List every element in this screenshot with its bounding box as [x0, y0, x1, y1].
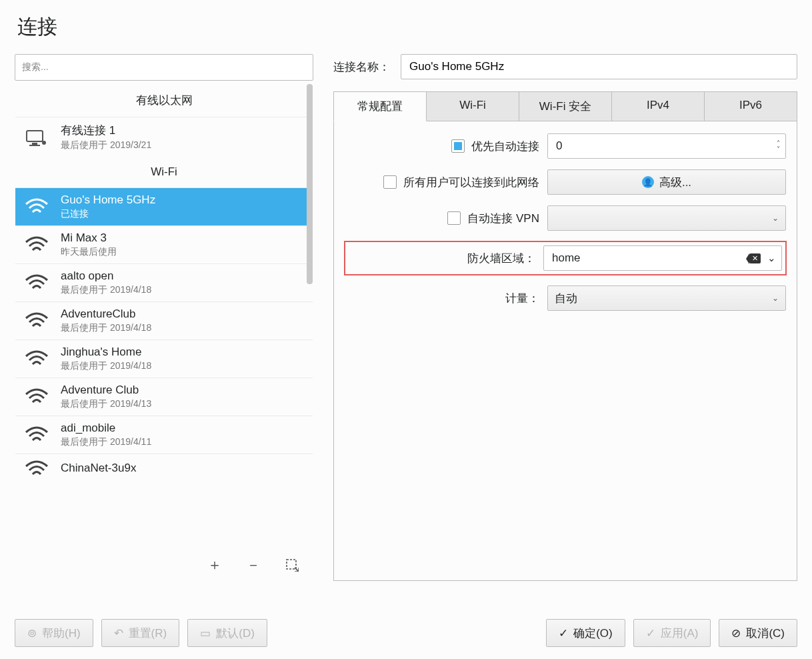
ok-button-label: 确定(O)	[573, 626, 613, 641]
spinbox-arrows-icon[interactable]: ˄˅	[777, 140, 780, 152]
svg-point-3	[42, 141, 46, 145]
check-icon: ✓	[646, 626, 655, 640]
conn-item-sub: 最后使用于 2019/4/13	[61, 398, 151, 410]
conn-item-wired[interactable]: 有线连接 1 最后使用于 2019/3/21	[15, 117, 313, 157]
svg-rect-2	[29, 145, 40, 146]
tabbar: 常规配置 Wi-Fi Wi-Fi 安全 IPv4 IPv6	[333, 91, 797, 121]
svg-rect-1	[32, 143, 37, 145]
conn-item-name: aalto open	[61, 269, 151, 283]
conn-item-name: Guo's Home 5GHz	[61, 193, 155, 207]
advanced-button-label: 高级...	[659, 175, 691, 190]
priority-value: 0	[556, 139, 777, 153]
user-icon: 👤	[642, 176, 654, 188]
conn-item-name: Adventure Club	[61, 384, 151, 397]
metered-combobox[interactable]: 自动 ⌄	[547, 285, 786, 311]
wifi-icon	[23, 426, 50, 444]
help-button-label: 帮助(H)	[42, 626, 81, 641]
cancel-button-label: 取消(C)	[746, 626, 785, 641]
reset-button[interactable]: ↶ 重置(R)	[101, 619, 180, 647]
auto-connect-label: 优先自动连接	[471, 139, 539, 154]
conn-item-wifi[interactable]: Adventure Club最后使用于 2019/4/13	[15, 378, 313, 416]
advanced-button[interactable]: 👤 高级...	[547, 169, 786, 195]
wifi-icon	[23, 235, 50, 254]
wifi-icon	[23, 273, 50, 292]
connection-name-label: 连接名称：	[333, 59, 390, 75]
auto-vpn-label: 自动连接 VPN	[467, 211, 539, 226]
search-placeholder: 搜索...	[22, 61, 49, 73]
svg-rect-0	[27, 131, 43, 141]
page-title: 连接	[15, 13, 797, 41]
reset-button-label: 重置(R)	[129, 626, 167, 641]
conn-item-wifi[interactable]: Mi Max 3昨天最后使用	[15, 225, 313, 263]
check-icon: ✓	[559, 626, 568, 640]
cancel-icon: ⊘	[731, 626, 741, 640]
tab-general[interactable]: 常规配置	[333, 91, 427, 121]
defaults-button-label: 默认(D)	[216, 626, 255, 641]
ok-button[interactable]: ✓ 确定(O)	[546, 619, 625, 647]
cancel-button[interactable]: ⊘ 取消(C)	[719, 619, 797, 647]
wifi-icon	[23, 460, 50, 478]
conn-item-name: 有线连接 1	[61, 123, 151, 138]
undo-icon: ↶	[114, 626, 123, 640]
metered-label: 计量：	[505, 291, 539, 306]
defaults-button[interactable]: ▭ 默认(D)	[187, 619, 267, 647]
conn-item-name: Mi Max 3	[61, 231, 117, 245]
conn-item-name: AdventureClub	[61, 307, 151, 321]
scrollbar[interactable]	[306, 84, 313, 549]
conn-item-name: ChinaNet-3u9x	[61, 462, 136, 475]
wifi-icon	[23, 311, 50, 330]
remove-connection-button[interactable]: －	[244, 556, 263, 574]
export-connection-button[interactable]	[283, 556, 301, 574]
lifebuoy-icon: ⊚	[27, 626, 37, 640]
metered-value: 自动	[555, 291, 772, 306]
priority-spinbox[interactable]: 0 ˄˅	[547, 133, 786, 159]
tab-wifi-security[interactable]: Wi-Fi 安全	[519, 91, 612, 121]
section-header-wired: 有线以太网	[15, 84, 313, 117]
auto-vpn-checkbox[interactable]	[447, 211, 461, 225]
document-icon: ▭	[200, 626, 211, 640]
conn-item-sub: 已连接	[61, 208, 155, 220]
ethernet-icon	[23, 128, 50, 147]
auto-connect-checkbox[interactable]	[451, 139, 465, 153]
apply-button-label: 应用(A)	[661, 626, 699, 641]
firewall-zone-label: 防火墙区域：	[467, 251, 535, 266]
conn-item-sub: 最后使用于 2019/4/18	[61, 360, 151, 372]
wifi-icon	[23, 350, 50, 368]
conn-item-wifi[interactable]: Jinghua's Home最后使用于 2019/4/18	[15, 340, 313, 378]
conn-item-wifi[interactable]: Guo's Home 5GHz 已连接	[15, 187, 313, 225]
tab-ipv6[interactable]: IPv6	[705, 91, 797, 121]
conn-item-name: Jinghua's Home	[61, 346, 151, 359]
clear-icon[interactable]: ✕	[749, 253, 761, 263]
all-users-checkbox[interactable]	[383, 175, 397, 189]
firewall-zone-row: 防火墙区域： home ✕ ⌄	[345, 241, 786, 275]
wifi-icon	[23, 197, 50, 216]
tab-ipv4[interactable]: IPv4	[612, 91, 705, 121]
connection-name-input[interactable]	[401, 54, 797, 79]
conn-item-wifi[interactable]: adi_mobile最后使用于 2019/4/11	[15, 416, 313, 454]
wifi-icon	[23, 388, 50, 406]
chevron-down-icon: ⌄	[772, 293, 779, 303]
conn-item-wifi[interactable]: AdventureClub最后使用于 2019/4/18	[15, 301, 313, 340]
search-input[interactable]: 搜索...	[15, 54, 313, 81]
conn-item-sub: 最后使用于 2019/4/18	[61, 284, 151, 296]
conn-item-sub: 最后使用于 2019/4/18	[61, 322, 151, 334]
conn-item-sub: 最后使用于 2019/4/11	[61, 436, 151, 448]
all-users-label: 所有用户可以连接到此网络	[403, 175, 539, 190]
conn-item-wifi[interactable]: ChinaNet-3u9x	[15, 454, 313, 484]
vpn-combobox[interactable]: ⌄	[547, 205, 786, 231]
conn-item-sub: 昨天最后使用	[61, 246, 117, 258]
firewall-zone-value: home	[552, 251, 749, 265]
conn-item-name: adi_mobile	[61, 422, 151, 435]
apply-button[interactable]: ✓ 应用(A)	[633, 619, 711, 647]
section-header-wifi: Wi-Fi	[15, 157, 313, 187]
add-connection-button[interactable]: ＋	[205, 556, 224, 574]
chevron-down-icon: ⌄	[767, 252, 776, 264]
chevron-down-icon: ⌄	[772, 213, 779, 223]
tab-wifi[interactable]: Wi-Fi	[427, 91, 519, 121]
help-button[interactable]: ⊚ 帮助(H)	[15, 619, 93, 647]
conn-item-wifi[interactable]: aalto open最后使用于 2019/4/18	[15, 263, 313, 301]
conn-item-sub: 最后使用于 2019/3/21	[61, 139, 151, 151]
svg-rect-4	[287, 560, 296, 569]
firewall-zone-combobox[interactable]: home ✕ ⌄	[543, 245, 782, 271]
